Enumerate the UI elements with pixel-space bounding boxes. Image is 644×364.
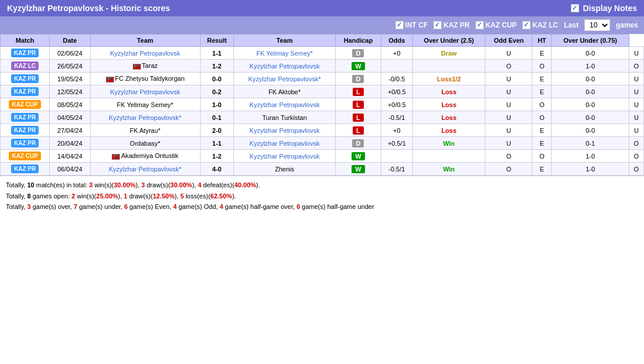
kazlc-label: KAZ LC [532,21,558,29]
cell-date: 06/04/24 [50,163,90,176]
col-team2: Team [234,35,336,47]
cell-ht: 1-0 [552,163,629,176]
summary-line3: Totally, 3 game(s) over, 7 game(s) under… [6,201,638,212]
cell-result: L [335,124,381,137]
cell-result: D [335,73,381,85]
cell-result: W [335,163,381,176]
cell-ht: 0-0 [552,85,629,98]
match-badge: KAZ LC [11,61,39,70]
table-row: KAZ PR 06/04/24 Kyzylzhar Petropavlovsk*… [1,163,644,176]
cell-over-under: U [485,85,532,98]
cell-handicap: -0.5/1 [381,111,412,124]
team-link[interactable]: Kyzylzhar Petropavlovsk* [109,114,181,121]
table-row: KAZ PR 19/05/24 🏴FC Zhetysu Taldykorgan … [1,73,644,85]
team-link[interactable]: Taraz [142,62,158,69]
cell-team1: Kyzylzhar Petropavlovsk [90,47,200,60]
results-table-wrapper: Match Date Team Result Team Handicap Odd… [0,34,644,176]
team-link[interactable]: Zhenis [275,166,294,173]
display-notes-label: Display Notes [583,4,637,13]
odds-value: Loss [442,101,457,108]
cell-odd-even: E [532,137,552,150]
team-link[interactable]: Kyzylzhar Petropavlovsk [250,127,320,134]
result-badge: W [352,152,364,160]
team-flag: 🏴 [112,154,120,160]
kazlc-checkbox[interactable] [522,21,531,29]
cell-score: 0-2 [200,85,233,98]
team-link[interactable]: Kyzylzhar Petropavlovsk* [248,75,321,83]
cell-team1: Kyzylzhar Petropavlovsk [90,85,200,98]
cell-score: 4-0 [200,163,233,176]
cell-over-under: O [485,60,532,73]
cell-over-under: U [485,137,532,150]
last-games-select[interactable]: 10 20 30 [584,19,610,31]
col-result: Result [200,35,233,47]
team-link[interactable]: Kyzylzhar Petropavlovsk [250,63,320,70]
cell-team2: Kyzylzhar Petropavlovsk [234,98,336,111]
result-badge: D [352,49,364,57]
cell-ht: 1-0 [552,60,629,73]
cell-over-under2: O [629,163,643,176]
cell-date: 08/05/24 [50,98,90,111]
cell-ht: 0-0 [552,98,629,111]
team-link[interactable]: Kyzylzhar Petropavlovsk [110,50,180,57]
cell-odds: Win [412,163,485,176]
cell-odd-even: E [532,73,552,85]
col-over-under-25: Over Under (2.5) [412,35,485,47]
last-label: Last [564,21,578,29]
cell-ht: 0-0 [552,73,629,85]
cell-badge: KAZ PR [1,111,50,124]
cell-over-under: U [485,73,532,85]
cell-odds: Loss1/2 [412,73,485,85]
cell-odds: Loss [412,85,485,98]
team-link[interactable]: Kyzylzhar Petropavlovsk [250,153,320,160]
team-link[interactable]: FK Atyrau* [130,127,161,134]
team-flag: 🏴 [106,77,114,83]
filter-kazlc: KAZ LC [522,21,558,29]
cell-score: 1-1 [200,47,233,60]
cell-odd-even: O [532,60,552,73]
cell-odds: Win [412,137,485,150]
table-row: KAZ LC 26/05/24 🏴Taraz 1-2 Kyzylzhar Pet… [1,60,644,73]
match-badge: KAZ PR [11,113,39,122]
cell-odd-even: O [532,111,552,124]
cell-score: 1-1 [200,137,233,150]
odds-value: Win [443,166,454,173]
team-link[interactable]: FK Aktobe* [268,88,301,95]
table-row: KAZ CUP 08/05/24 FK Yelimay Semey* 1-0 K… [1,98,644,111]
filters-bar: INT CF KAZ PR KAZ CUP KAZ LC Last 10 20 … [0,16,644,34]
intcf-checkbox[interactable] [395,21,404,29]
match-badge: KAZ CUP [9,152,40,160]
result-badge: L [353,88,364,96]
kazcup-checkbox[interactable] [476,21,484,29]
odds-value: Loss1/2 [437,75,461,83]
cell-odd-even: E [532,124,552,137]
match-badge: KAZ PR [11,126,39,135]
team-link[interactable]: Kyzylzhar Petropavlovsk [110,88,180,95]
cell-badge: KAZ PR [1,163,50,176]
team-link[interactable]: Kyzylzhar Petropavlovsk [250,140,320,147]
result-badge: D [352,139,364,147]
kazpr-checkbox[interactable] [433,21,442,29]
team-link[interactable]: Kyzylzhar Petropavlovsk* [109,166,181,173]
cell-odds: Loss [412,124,485,137]
cell-over-under2: U [629,98,643,111]
cell-over-under2: U [629,73,643,85]
display-notes-checkbox[interactable] [571,4,579,12]
display-notes-section: Display Notes [571,4,637,13]
team-link[interactable]: Turan Turkistan [263,114,307,121]
table-row: KAZ PR 20/04/24 Ordabasy* 1-1 Kyzylzhar … [1,137,644,150]
table-row: KAZ PR 02/06/24 Kyzylzhar Petropavlovsk … [1,47,644,60]
kazpr-label: KAZ PR [443,21,470,29]
cell-team2: Kyzylzhar Petropavlovsk* [234,73,336,85]
team-link[interactable]: Ordabasy* [130,140,160,147]
cell-over-under2: O [629,60,643,73]
cell-handicap: +0 [381,124,412,137]
team-link[interactable]: Kyzylzhar Petropavlovsk [250,101,320,108]
team-link[interactable]: FK Yelimay Semey* [117,101,174,108]
team-link[interactable]: FC Zhetysu Taldykorgan [115,75,185,82]
cell-over-under2: O [629,150,643,163]
team-link[interactable]: Akademiya Ontustik [121,152,178,159]
cell-badge: KAZ PR [1,137,50,150]
team-link[interactable]: FK Yelimay Semey* [256,50,313,57]
match-badge: KAZ PR [11,49,39,57]
